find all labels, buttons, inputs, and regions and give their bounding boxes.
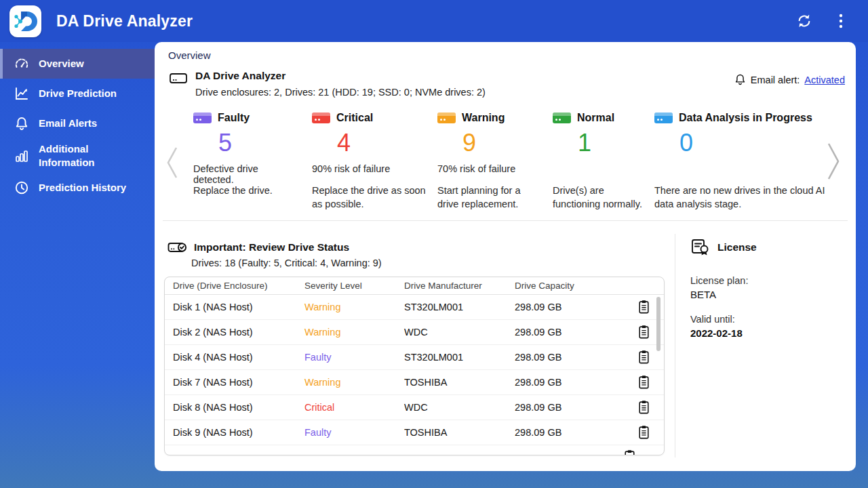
carousel-next-icon[interactable] <box>826 140 841 183</box>
sidebar-item-overview[interactable]: Overview <box>0 49 155 79</box>
sidebar-item-label: Email Alerts <box>39 117 97 130</box>
clipboard-icon <box>637 425 650 440</box>
status-card-data-analysis: Data Analysis in Progress 0 There are no… <box>654 112 846 211</box>
clipboard-icon <box>637 350 650 365</box>
card-label: Faulty <box>218 112 250 124</box>
details-clipboard-button[interactable] <box>637 425 650 440</box>
email-alert-label: Email alert: <box>751 75 800 85</box>
details-clipboard-button[interactable] <box>637 400 650 415</box>
severity-cell: Warning <box>304 327 404 338</box>
card-description <box>553 163 643 178</box>
faulty-count: 5 <box>218 131 300 155</box>
column-header: Drive Manufacturer <box>404 281 515 291</box>
sidebar-item-additional-information[interactable]: Additional Information <box>0 138 155 173</box>
overview-title: DA Drive Analyzer <box>195 70 486 82</box>
card-label: Data Analysis in Progress <box>679 112 812 124</box>
capacity-cell: 298.09 GB <box>515 327 623 338</box>
table-row[interactable]: Disk 9 (NAS Host) Faulty TOSHIBA 298.09 … <box>165 420 664 445</box>
details-clipboard-button[interactable] <box>637 325 650 340</box>
drive-cell: Disk 1 (NAS Host) <box>173 302 304 312</box>
bell-icon <box>14 115 30 131</box>
table-row[interactable]: Disk 8 (NAS Host) Critical WDC 298.09 GB <box>165 395 664 420</box>
details-clipboard-button[interactable] <box>637 375 650 390</box>
clipboard-icon <box>637 300 650 314</box>
bell-icon <box>734 73 746 86</box>
card-action: Replace the drive as soon as possible. <box>312 184 426 211</box>
bar-chart-icon <box>14 148 30 164</box>
card-action: Drive(s) are functioning normally. <box>553 184 643 211</box>
status-cards: Faulty 5 Defective drive detected. Repla… <box>193 112 846 211</box>
clipboard-icon <box>637 375 650 390</box>
important-title: Important: Review Drive Status <box>194 241 349 253</box>
page-title: Overview <box>168 49 211 61</box>
details-clipboard-button[interactable] <box>637 350 650 365</box>
column-header: Severity Level <box>304 281 404 291</box>
card-label: Critical <box>336 112 373 124</box>
sidebar-item-prediction-history[interactable]: Prediction History <box>0 173 155 203</box>
kebab-menu-icon <box>834 12 848 30</box>
card-description: 90% risk of failure <box>312 163 426 178</box>
data-analysis-count: 0 <box>679 131 846 155</box>
carousel-prev-icon[interactable] <box>165 144 179 182</box>
status-card-critical: Critical 4 90% risk of failure Replace t… <box>312 112 426 211</box>
table-row[interactable]: Disk 1 (NAS Host) Warning ST320LM001 298… <box>165 295 664 320</box>
manufacturer-cell: WDC <box>404 327 515 338</box>
drive-cell: Disk 9 (NAS Host) <box>173 427 304 438</box>
severity-cell: Critical <box>304 402 404 413</box>
app-logo <box>9 5 41 37</box>
overview-header: DA Drive Analyzer Drive enclosures: 2, D… <box>168 70 486 98</box>
gauge-icon <box>14 56 30 72</box>
capacity-cell: 298.09 GB <box>515 352 623 363</box>
table-row[interactable]: Disk 4 (NAS Host) Faulty ST320LM001 298.… <box>165 345 664 370</box>
license-plan-label: License plan: <box>690 275 757 286</box>
clipboard-icon <box>637 325 650 340</box>
email-alert: Email alert: Activated <box>734 73 845 86</box>
capacity-cell: 298.09 GB <box>515 377 623 388</box>
status-card-warning: Warning 9 70% risk of failure Start plan… <box>437 112 541 211</box>
app-logo-icon <box>9 5 41 37</box>
table-header: Drive (Drive Enclosure) Severity Level D… <box>165 277 664 295</box>
sidebar: Overview Drive Prediction Email Alerts A… <box>0 42 155 488</box>
table-row[interactable]: Disk 7 (NAS Host) Warning TOSHIBA 298.09… <box>165 370 664 395</box>
manufacturer-cell: ST320LM001 <box>404 352 515 363</box>
manufacturer-cell: WDC <box>404 402 515 413</box>
warning-count: 9 <box>462 131 541 155</box>
card-description <box>654 163 846 178</box>
card-description: 70% risk of failure <box>437 163 541 178</box>
manufacturer-cell: TOSHIBA <box>404 377 515 388</box>
refresh-button[interactable] <box>795 12 814 30</box>
drive-cell: Disk 8 (NAS Host) <box>173 402 304 413</box>
card-action: There are no new drives in the cloud AI … <box>654 184 846 211</box>
status-card-faulty: Faulty 5 Defective drive detected. Repla… <box>193 112 300 211</box>
critical-count: 4 <box>337 131 426 155</box>
email-alert-activated-link[interactable]: Activated <box>804 75 845 85</box>
details-clipboard-button[interactable] <box>623 449 636 455</box>
sidebar-item-drive-prediction[interactable]: Drive Prediction <box>0 79 155 108</box>
card-action: Replace the drive. <box>193 184 300 197</box>
table-row-partial[interactable] <box>165 445 664 455</box>
license-valid-value: 2022-02-18 <box>690 327 757 339</box>
table-row[interactable]: Disk 2 (NAS Host) Warning WDC 298.09 GB <box>165 320 664 345</box>
sidebar-item-label: Drive Prediction <box>39 87 117 100</box>
capacity-cell: 298.09 GB <box>515 302 623 312</box>
drive-cell: Disk 2 (NAS Host) <box>173 327 304 338</box>
manufacturer-cell: ST320LM001 <box>404 302 515 312</box>
sidebar-item-email-alerts[interactable]: Email Alerts <box>0 108 155 138</box>
license-valid-label: Valid until: <box>690 314 757 325</box>
clipboard-icon <box>623 449 636 455</box>
chart-line-icon <box>14 85 30 102</box>
section-divider <box>163 220 848 221</box>
top-bar: DA Drive Analyzer <box>0 0 868 42</box>
sidebar-item-label: Additional Information <box>39 142 128 169</box>
menu-button[interactable] <box>831 12 850 30</box>
table-scrollbar-thumb[interactable] <box>656 297 660 351</box>
card-description: Defective drive detected. <box>193 163 300 178</box>
column-header: Drive (Drive Enclosure) <box>173 281 304 291</box>
status-card-normal: Normal 1 Drive(s) are functioning normal… <box>553 112 643 211</box>
details-clipboard-button[interactable] <box>637 300 650 314</box>
clock-icon <box>14 180 30 196</box>
important-subtitle: Drives: 18 (Faulty: 5, Critical: 4, Warn… <box>191 258 382 268</box>
drive-summary: Drive enclosures: 2, Drives: 21 (HDD: 19… <box>195 87 486 98</box>
clipboard-icon <box>637 400 650 415</box>
severity-cell: Warning <box>304 377 404 388</box>
